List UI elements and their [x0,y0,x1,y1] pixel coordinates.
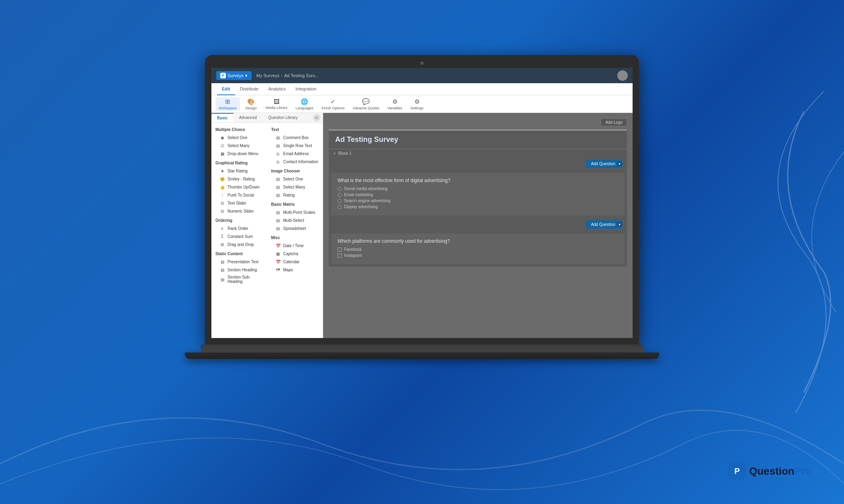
add-question-dropdown-arrow[interactable]: ▾ [617,162,622,166]
tab-edit[interactable]: Edit [217,83,235,95]
panel-item-select-many[interactable]: ☑ Select Many [211,141,267,150]
survey-block-1: ≡ Block 1 Add Question ▾ What is the mos… [329,150,627,266]
workspace-icon: ⊞ [225,98,230,105]
tab-analytics[interactable]: Analytics [263,83,291,95]
toolbar-media-library[interactable]: 🖼 Media Library [262,97,291,111]
text-slider-icon: ⊟ [219,200,225,206]
panel-item-numeric-slider[interactable]: ⊟ Numeric Slider [211,207,267,215]
panel-item-select-one[interactable]: ◉ Select One [211,133,267,141]
add-question-button-bottom[interactable]: Add Question ▾ [586,220,622,229]
panel-item-constant-sum-label: Constant Sum [227,234,253,239]
question-text-2: Which platforms are commonly used for ad… [338,238,618,244]
panel-item-date-time[interactable]: 📅 Date / Time [267,242,323,250]
panel-item-constant-sum[interactable]: Σ Constant Sum [211,232,267,240]
toolbar-languages[interactable]: 🌐 Languages [292,97,317,111]
panel-item-drag-drop[interactable]: ⊞ Drag and Drop [211,240,267,248]
surveys-button[interactable]: P Surveys ▾ [216,71,252,80]
add-question-button-top[interactable]: Add Question ▾ [586,160,622,168]
panel-item-calendar[interactable]: 📅 Calendar [267,258,323,266]
panel-tab-question-library[interactable]: Question Library [262,113,303,122]
panel-item-section-heading[interactable]: ▤ Section Heading [211,266,267,274]
question-card-2: Which platforms are commonly used for ad… [331,234,625,264]
toolbar-workspace[interactable]: ⊞ Workspace [215,97,240,111]
laptop-base [201,344,643,352]
checkbox-label-1: Facebook [344,247,362,252]
left-panel: Basic Advanced Question Library × Multip… [211,113,323,338]
qp-logo-icon: P [728,462,746,480]
panel-tab-advanced[interactable]: Advanced [234,113,262,122]
advance-quotes-icon: 💬 [362,98,370,105]
toolbar-workspace-label: Workspace [219,106,237,110]
panel-item-img-select-many[interactable]: ▤ Select Many [267,183,323,191]
panel-item-select-one-label: Select One [227,135,247,140]
toolbar-finish-label: Finish Options [322,106,345,110]
add-question-dropdown-arrow-2[interactable]: ▾ [617,222,622,227]
survey-title-area: Ad Testing Survey [329,129,627,149]
app-topbar: P Surveys ▾ My Surveys › Ad Testing Surv… [211,68,633,83]
panel-item-contact-info[interactable]: ◎ Contact Information [267,158,323,166]
thumbs-icon: 👍 [219,184,225,190]
toolbar-finish-options[interactable]: ✓ Finish Options [318,97,348,111]
breadcrumb-my-surveys[interactable]: My Surveys [256,73,279,78]
panel-close-button[interactable]: × [313,114,320,121]
panel-item-text-slider[interactable]: ⊟ Text Slider [211,199,267,207]
section-title-graphical-rating: Graphical Rating [211,158,267,167]
panel-item-img-rating-label: Rating [283,193,295,197]
panel-item-maps[interactable]: 🗺 Maps [267,266,323,274]
panel-item-spreadsheet[interactable]: ▤ Spreadsheet [267,224,323,232]
radio-option-3: Search engine advertising [338,199,618,203]
surveys-label: Surveys [227,73,244,78]
block-collapse-icon[interactable]: ≡ [334,151,336,156]
smiley-rating-icon: 😊 [219,176,225,182]
checkbox-option-2: Instagram [338,253,618,258]
panel-item-email-address[interactable]: ◎ Email Address [267,150,323,158]
toolbar-variables[interactable]: ⚙ Variables [384,97,406,111]
panel-item-contact-info-label: Contact Information [283,160,318,164]
panel-item-dropdown-menu[interactable]: ▦ Drop-down Menu [211,150,267,158]
add-question-area-top: Add Question ▾ [329,157,627,170]
panel-tab-basic[interactable]: Basic [211,113,234,122]
radio-option-2: Email marketing [338,193,618,197]
panel-item-single-row-text[interactable]: ▤ Single Row Text [267,141,323,150]
panel-item-smiley-rating[interactable]: 😊 Smiley - Rating [211,175,267,183]
panel-item-rank-order-label: Rank Order [227,226,248,231]
qp-logo-text: QuestionPro [749,465,812,477]
tab-integration[interactable]: Integration [291,83,321,95]
checkbox-label-2: Instagram [344,253,362,258]
panel-item-captcha[interactable]: ▦ Captcha [267,250,323,258]
panel-item-thumbs[interactable]: 👍 Thumbs Up/Down [211,183,267,191]
radio-circle-2 [338,193,342,197]
tab-distribute[interactable]: Distribute [235,83,263,95]
radio-option-4: Display advertising [338,205,618,209]
panel-item-section-sub-heading[interactable]: ▤ Section Sub-Heading [211,274,267,285]
presentation-text-icon: ▤ [219,259,225,264]
panel-item-star-rating[interactable]: ★ Star Rating [211,167,267,175]
block-header: ≡ Block 1 [329,150,627,157]
toolbar-settings[interactable]: ⚙ Settings [407,97,427,111]
section-title-ordering: Ordering [211,215,267,224]
user-avatar[interactable] [617,70,628,81]
contact-info-icon: ◎ [275,159,281,164]
panel-item-multi-select[interactable]: ▤ Multi-Select [267,216,323,224]
drag-drop-icon: ⊞ [219,242,225,247]
laptop-bezel: P Surveys ▾ My Surveys › Ad Testing Surv… [205,55,639,344]
img-rating-icon: ▤ [275,192,281,198]
panel-item-img-rating[interactable]: ▤ Rating [267,191,323,199]
panel-item-comment-box[interactable]: ▤ Comment Box [267,133,323,141]
panel-item-img-select-one[interactable]: ▤ Select One [267,175,323,183]
panel-item-push-to-social[interactable]: ↑ Push To Social [211,191,267,199]
toolbar-settings-label: Settings [410,106,424,110]
panel-item-numeric-slider-label: Numeric Slider [227,209,254,213]
panel-item-comment-box-label: Comment Box [283,135,309,140]
section-title-text: Text [267,124,323,133]
panel-item-multi-point[interactable]: ▤ Multi-Point Scales [267,208,323,216]
panel-item-maps-label: Maps [283,268,293,272]
add-logo-button[interactable]: Add Logo [601,119,627,126]
rank-order-icon: ≡ [219,225,225,231]
toolbar-design[interactable]: 🎨 Design [242,97,261,111]
panel-item-drag-drop-label: Drag and Drop [227,242,254,247]
img-select-many-icon: ▤ [275,184,281,190]
panel-item-rank-order[interactable]: ≡ Rank Order [211,224,267,232]
toolbar-advance-quotes[interactable]: 💬 Advance Quotes [349,97,383,111]
panel-item-presentation-text[interactable]: ▤ Presentation Text [211,258,267,266]
